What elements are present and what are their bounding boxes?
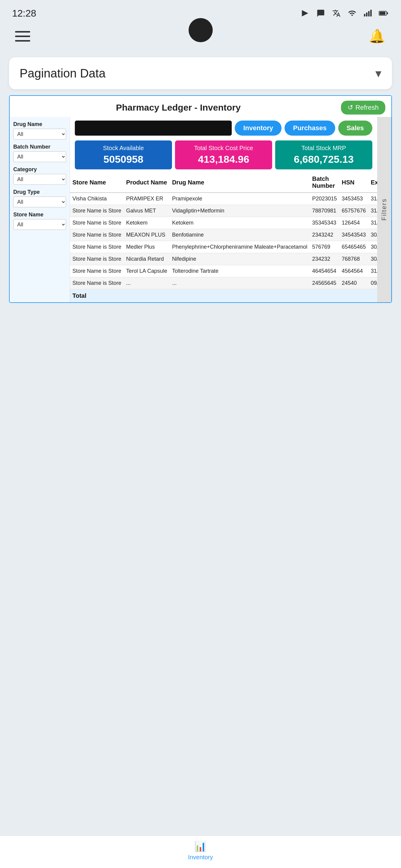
search-bar [75,121,232,135]
table-cell: Vidagliptin+Metformin [170,205,310,217]
status-icons [299,8,389,19]
table-row[interactable]: Store Name is StoreMEAXON PLUSBenfotiami… [70,229,377,241]
pagination-card[interactable]: Pagination Data ▾ [9,57,392,89]
status-time: 12:28 [12,8,36,19]
content-panel: Inventory Purchases Sales Stock Availabl… [70,117,377,302]
table-cell: 24540 [339,277,368,289]
nav-item-inventory[interactable]: 📊 Inventory [188,841,213,861]
table-cell: Ketokem [170,217,310,229]
message-icon [315,8,326,19]
chevron-down-icon: ▾ [375,66,381,80]
total-mrp-label: Total Stock MRP [281,145,367,152]
table-cell: PRAMIPEX ER [124,193,170,205]
hamburger-menu[interactable] [15,27,33,45]
table-row[interactable]: Store Name is StoreNicardia RetardNifedi… [70,253,377,265]
category-label: Category [13,166,66,173]
batch-number-label: Batch Number [13,144,66,150]
wifi-icon [347,8,357,19]
table-cell: 65757676 [339,205,368,217]
table-wrapper: Store Name Product Name Drug Name BatchN… [70,173,377,302]
table-row[interactable]: Visha ChikistaPRAMIPEX ERPramipexoleP202… [70,193,377,205]
table-row[interactable]: Store Name is StoreMedler PlusPhenylephr… [70,241,377,253]
table-cell: Store Name is Store [70,229,124,241]
svg-rect-2 [368,11,370,17]
table-cell: 65465465 [339,241,368,253]
tab-purchases[interactable]: Purchases [285,121,335,135]
hamburger-line-1 [15,31,30,33]
table-cell: 234232 [310,253,339,265]
total-mrp-card: Total Stock MRP 6,680,725.13 [275,141,372,169]
total-cost-value: 413,184.96 [180,153,267,165]
table-cell: MEAXON PLUS [124,229,170,241]
category-select[interactable]: All [13,174,66,185]
table-cell: ... [124,277,170,289]
table-cell: Store Name is Store [70,277,124,289]
table-row[interactable]: Store Name is StoreTerol LA CapsuleTolte… [70,265,377,277]
table-cell: 31/12/20... [368,217,377,229]
signal-icon [362,8,373,19]
filters-label: Filters [380,198,388,221]
table-cell: Store Name is Store [70,265,124,277]
filter-batch-number: Batch Number All [13,144,66,162]
filter-store-name: Store Name All [13,212,66,230]
store-name-select[interactable]: All [13,219,66,230]
table-cell: Pramipexole [170,193,310,205]
table-cell: 2343242 [310,229,339,241]
svg-rect-3 [370,10,372,16]
stock-available-label: Stock Available [80,145,167,152]
table-cell: 30/09/20... [368,241,377,253]
table-cell: 35345343 [310,217,339,229]
report-title: Pharmacy Ledger - Inventory [116,102,240,113]
table-cell: ... [170,277,310,289]
drug-name-select[interactable]: All [13,129,66,140]
table-cell: 78870981 [310,205,339,217]
table-row[interactable]: Store Name is StoreGalvus METVidagliptin… [70,205,377,217]
bell-icon: 🔔 [369,28,385,44]
refresh-button[interactable]: ↺ Refresh [341,101,385,115]
table-cell: Nicardia Retard [124,253,170,265]
table-cell: Store Name is Store [70,217,124,229]
total-cost-card: Total Stock Cost Price 413,184.96 [175,141,272,169]
svg-rect-0 [364,14,365,16]
report-body: Drug Name All Batch Number All Category … [10,117,391,302]
drug-type-label: Drug Type [13,189,66,195]
table-cell: Tolterodine Tartrate [170,265,310,277]
col-batch-number: BatchNumber [310,173,339,193]
table-cell: Galvus MET [124,205,170,217]
table-cell: 768768 [339,253,368,265]
drug-name-label: Drug Name [13,121,66,127]
col-store-name: Store Name [70,173,124,193]
table-cell: 126454 [339,217,368,229]
filter-category: Category All [13,166,66,185]
pagination-title: Pagination Data [20,67,106,80]
table-cell: 31/05/20... [368,193,377,205]
table-cell: Medler Plus [124,241,170,253]
stock-available-value: 5050958 [80,153,167,165]
table-cell: Benfotiamine [170,229,310,241]
refresh-label: Refresh [355,104,379,112]
table-cell: 24565645 [310,277,339,289]
table-row[interactable]: Store Name is Store......245656452454009… [70,277,377,289]
table-cell: Nifedipine [170,253,310,265]
drug-type-select[interactable]: All [13,196,66,207]
table-row[interactable]: Store Name is StoreKetokemKetokem3534534… [70,217,377,229]
tab-row: Inventory Purchases Sales [70,117,377,137]
right-filters-bar[interactable]: Filters [377,117,391,302]
tab-inventory[interactable]: Inventory [235,121,282,135]
inventory-table: Store Name Product Name Drug Name BatchN… [70,173,377,302]
svg-rect-1 [366,13,368,17]
col-hsn: HSN [339,173,368,193]
table-footer-row: Total [70,289,377,303]
col-product-name: Product Name [124,173,170,193]
translate-icon [331,8,342,19]
tab-sales[interactable]: Sales [338,121,373,135]
bottom-nav: 📊 Inventory [0,835,401,868]
batch-number-select[interactable]: All [13,151,66,162]
table-cell: 30/09/20... [368,229,377,241]
store-name-label: Store Name [13,212,66,218]
total-mrp-value: 6,680,725.13 [281,153,367,165]
table-cell: Store Name is Store [70,205,124,217]
table-cell: Store Name is Store [70,241,124,253]
notification-button[interactable]: 🔔 [368,27,386,45]
filters-panel: Drug Name All Batch Number All Category … [10,117,70,302]
